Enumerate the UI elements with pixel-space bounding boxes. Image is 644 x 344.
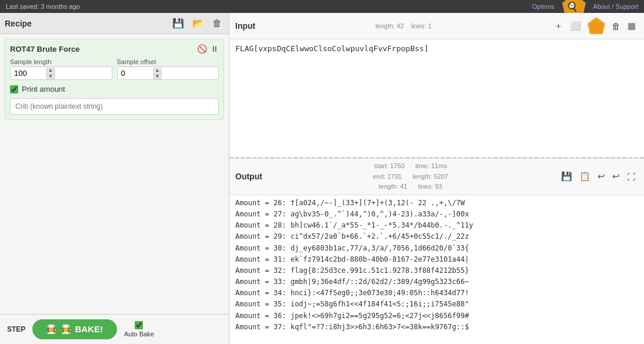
output-lines-label: lines:: [418, 183, 433, 190]
output-line: Amount = 30: dj_ey6803b1ac,77/a,3/a/,705…: [235, 243, 638, 254]
input-add-button[interactable]: ＋: [552, 19, 565, 33]
op-title: ROT47 Brute Force: [10, 45, 79, 54]
about-support-link[interactable]: About / Support: [593, 3, 638, 10]
sample-length-input[interactable]: [11, 67, 46, 79]
bake-label: 🧑‍🍳 BAKE!: [61, 324, 103, 335]
output-fullscreen-button[interactable]: ⛶: [625, 171, 638, 183]
step-label: STEP: [7, 325, 25, 333]
sample-offset-input[interactable]: [118, 67, 153, 79]
input-text: FLAG[vxpsDqCElwwoClsoColwpuvlqFvvFrpopBs…: [235, 44, 429, 53]
output-line: Amount = 37: kqfl"=?7:i8hj3>>6h3:6h63>7<…: [235, 322, 638, 333]
output-end-value: 1791: [387, 173, 401, 180]
left-panel: Recipe 💾 📂 🗑 ROT47 Brute Force 🚫 ⏸ Sampl…: [0, 13, 229, 344]
recipe-header: Recipe 💾 📂 🗑: [0, 13, 229, 34]
recipe-title: Recipe: [5, 19, 32, 28]
left-spacer: [0, 125, 229, 314]
sample-offset-input-wrap: ▲ ▼: [117, 66, 219, 80]
output-lines-value: 93: [435, 183, 442, 190]
input-actions: ＋ ⬜ 🗑 ▦: [552, 15, 638, 36]
sample-length-group: Sample length ▲ ▼: [10, 58, 112, 80]
output-time-label: time:: [415, 162, 429, 169]
output-line: Amount = 26: †[a024,/~-]_(33+](7+]+(3,12…: [235, 198, 638, 209]
input-length-value: 42: [396, 22, 403, 29]
bottom-bar: STEP 🧑‍🍳 🧑‍🍳 BAKE! Auto Bake: [0, 314, 229, 344]
sample-offset-spinner: ▲ ▼: [153, 68, 162, 79]
output-copy-button[interactable]: 📋: [577, 170, 593, 183]
input-tab-button[interactable]: ⬜: [568, 19, 583, 32]
save-recipe-button[interactable]: 💾: [170, 16, 186, 30]
input-length-label: length:: [375, 22, 395, 29]
delete-recipe-button[interactable]: 🗑: [210, 16, 224, 30]
op-header: ROT47 Brute Force 🚫 ⏸: [10, 44, 219, 54]
op-controls: 🚫 ⏸: [197, 44, 219, 54]
sample-length-spinner: ▲ ▼: [46, 68, 55, 79]
sample-length-up[interactable]: ▲: [46, 68, 55, 74]
output-end-label: end:: [373, 173, 385, 180]
output-header: Output start: 1750 time: 11ms end: 1791 …: [229, 158, 644, 195]
output-line: Amount = 27: ag\bv35-0_.^`)44,^)0,^,)4-2…: [235, 209, 638, 220]
output-line: Amount = 34: hnci}:<47f5eg0;;3e073e30;49…: [235, 288, 638, 299]
output-content[interactable]: Amount = 26: †[a024,/~-]_(33+](7+]+(3,12…: [229, 195, 644, 344]
output-line: Amount = 29: ci^dx57/2a0`b+66.`+2.`.+6/4…: [235, 231, 638, 242]
sample-length-label: Sample length: [10, 58, 112, 65]
output-line: Amount = 32: flag{8:25d3ce.991c.51c1.927…: [235, 265, 638, 276]
output-replace-button[interactable]: ↩: [595, 170, 608, 183]
output-length2-label: length:: [379, 183, 398, 190]
output-meta: start: 1750 time: 11ms end: 1791 length:…: [373, 161, 448, 192]
crib-input[interactable]: [10, 98, 219, 115]
output-line: Amount = 35: iodj~;=58g6fh1<<4f184f41<5:…: [235, 299, 638, 310]
input-lines-value: 1: [428, 22, 432, 29]
auto-bake-wrap: Auto Bake: [124, 321, 154, 338]
op-pause-button[interactable]: ⏸: [211, 44, 219, 54]
input-meta: length: 42 lines: 1: [375, 21, 431, 31]
output-save-button[interactable]: 💾: [559, 170, 575, 183]
input-header: Input length: 42 lines: 1 ＋ ⬜: [229, 13, 644, 39]
sample-offset-label: Sample offset: [117, 58, 219, 65]
output-start-label: start:: [374, 162, 388, 169]
output-olength-value: 5207: [433, 173, 448, 180]
output-line: Amount = 33: gmbh|9;36e4df/::2d/62d2/:38…: [235, 276, 638, 288]
last-saved: Last saved: 3 months ago: [6, 3, 80, 10]
input-logo-button: [586, 15, 607, 36]
output-line: Amount = 31: ek`fz7914c2bd-880b-40b0-816…: [235, 254, 638, 265]
input-title: Input: [235, 21, 255, 31]
output-actions: 💾 📋 ↩ ↩ ⛶: [559, 170, 638, 183]
output-undo-button[interactable]: ↩: [610, 170, 622, 183]
recipe-actions: 💾 📂 🗑: [170, 16, 224, 30]
sample-length-down[interactable]: ▼: [46, 74, 55, 79]
sample-offset-up[interactable]: ▲: [153, 68, 162, 74]
options-link[interactable]: Options: [532, 3, 555, 10]
auto-bake-checkbox[interactable]: [135, 321, 143, 329]
print-amount-label[interactable]: Print amount: [22, 85, 65, 93]
output-start-value: 1750: [390, 162, 404, 169]
input-content[interactable]: FLAG[vxpsDqCElwwoClsoColwpuvlqFvvFrpopBs…: [229, 39, 644, 157]
output-time-value: 11ms: [431, 162, 447, 169]
output-line: Amount = 36: jpek!<>69h7gi2==5g295g52=6;…: [235, 310, 638, 322]
output-line: Amount = 28: bh]cw46.1`/_a*55-_*1-_-*5.3…: [235, 220, 638, 231]
header-bar: Last saved: 3 months ago Options 🍳 About…: [0, 0, 644, 13]
cyberchef-small-logo-icon: [586, 15, 607, 36]
sample-length-input-wrap: ▲ ▼: [10, 66, 112, 80]
input-delete-button[interactable]: 🗑: [609, 20, 623, 32]
op-fields: Sample length ▲ ▼ Sample offset: [10, 58, 219, 80]
bake-button[interactable]: 🧑‍🍳 🧑‍🍳 BAKE!: [32, 319, 117, 339]
output-title: Output: [235, 172, 262, 181]
main-area: Recipe 💾 📂 🗑 ROT47 Brute Force 🚫 ⏸ Sampl…: [0, 13, 644, 344]
input-lines-label: lines:: [411, 22, 426, 29]
output-section: Output start: 1750 time: 11ms end: 1791 …: [229, 158, 644, 344]
print-amount-row: Print amount: [10, 85, 219, 93]
op-disable-button[interactable]: 🚫: [197, 44, 207, 54]
sample-offset-down[interactable]: ▼: [153, 74, 162, 79]
output-olength-label: length:: [412, 173, 432, 180]
operation-block: ROT47 Brute Force 🚫 ⏸ Sample length ▲ ▼: [5, 39, 224, 120]
bake-icon: 🧑‍🍳: [46, 324, 58, 335]
print-amount-checkbox[interactable]: [10, 85, 18, 93]
svg-text:🍳: 🍳: [566, 1, 578, 12]
auto-bake-label[interactable]: Auto Bake: [124, 330, 154, 338]
open-recipe-button[interactable]: 📂: [190, 16, 206, 30]
input-grid-button[interactable]: ▦: [625, 19, 638, 32]
input-section: Input length: 42 lines: 1 ＋ ⬜: [229, 13, 644, 158]
output-length2-value: 41: [400, 183, 407, 190]
sample-offset-group: Sample offset ▲ ▼: [117, 58, 219, 80]
right-panel: Input length: 42 lines: 1 ＋ ⬜: [229, 13, 644, 344]
